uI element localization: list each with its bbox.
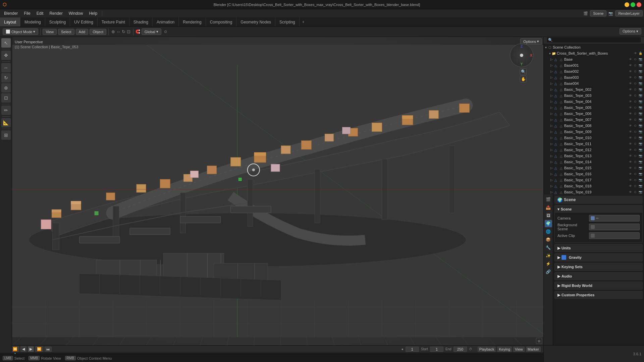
item-selectability-icon[interactable]: ⊙: [633, 81, 638, 86]
item-render-icon[interactable]: 📷: [638, 57, 643, 62]
maximize-button[interactable]: ⊡: [631, 2, 635, 7]
select-menu-button[interactable]: Select: [58, 29, 74, 35]
list-item[interactable]: ▷ △ △ Basic_Tepe_010 👁 ⊙ 📷: [544, 135, 644, 141]
list-item[interactable]: ▷ △ △ Basic_Tepe_002 👁 ⊙ 📷: [544, 86, 644, 93]
list-item[interactable]: ▷ △ △ Base003 👁 ⊙ 📷: [544, 74, 644, 80]
item-visibility-icon[interactable]: 👁: [628, 69, 633, 74]
item-render-icon[interactable]: 📷: [638, 178, 643, 182]
list-item[interactable]: ▷ △ △ Base002 👁 ⊙ 📷: [544, 68, 644, 74]
viewport-canvas[interactable]: User Perspective (1) Scene Collection | …: [12, 37, 543, 345]
lock-icon[interactable]: 🔒: [638, 51, 643, 56]
audio-section-header[interactable]: ▶ Audio: [555, 273, 642, 280]
item-selectability-icon[interactable]: ⊙: [633, 172, 638, 176]
list-item[interactable]: ▷ △ △ Basic_Tepe_007 👁 ⊙ 📷: [544, 117, 644, 123]
item-render-icon[interactable]: 📷: [638, 99, 643, 104]
tab-animation[interactable]: Animation: [153, 17, 179, 26]
view-layer-properties-icon[interactable]: 🖼: [545, 212, 552, 219]
list-item[interactable]: ▷ △ △ Basic_Tepe_013 👁 ⊙ 📷: [544, 153, 644, 159]
list-item[interactable]: ▷ △ △ Basic_Tepe_015 👁 ⊙ 📷: [544, 165, 644, 171]
outliner-scene-collection[interactable]: ▾ ⬡ Scene Collection: [544, 44, 644, 50]
viewport-3d[interactable]: User Perspective (1) Scene Collection | …: [12, 37, 543, 345]
renderlayer-selector[interactable]: RenderLayer: [615, 10, 643, 16]
list-item[interactable]: ▷ △ △ Basic_Tepe_012 👁 ⊙ 📷: [544, 147, 644, 153]
item-render-icon[interactable]: 📷: [638, 123, 643, 128]
item-render-icon[interactable]: 📷: [638, 141, 643, 146]
grid-toggle-button[interactable]: ⊞: [536, 338, 542, 344]
current-frame-input[interactable]: [406, 347, 419, 352]
item-visibility-icon[interactable]: 👁: [628, 154, 633, 158]
item-selectability-icon[interactable]: ⊙: [633, 99, 638, 104]
list-item[interactable]: ▷ △ △ Basic_Tepe_005 👁 ⊙ 📷: [544, 105, 644, 111]
move-tool-button[interactable]: ↔: [1, 63, 11, 72]
outliner-search-input[interactable]: [546, 37, 641, 43]
item-visibility-icon[interactable]: 👁: [628, 105, 633, 110]
item-visibility-icon[interactable]: 👁: [628, 81, 633, 86]
item-render-icon[interactable]: 📷: [638, 69, 643, 74]
constraints-properties-icon[interactable]: 🔗: [545, 268, 552, 276]
tab-shading[interactable]: Shading: [129, 17, 153, 26]
item-selectability-icon[interactable]: ⊙: [633, 111, 638, 116]
move-camera-button[interactable]: ✋: [520, 76, 527, 82]
marker-menu[interactable]: Marker: [526, 347, 541, 352]
item-selectability-icon[interactable]: ⊙: [633, 178, 638, 182]
item-render-icon[interactable]: 📷: [638, 117, 643, 122]
view-menu[interactable]: View: [513, 347, 525, 352]
visibility-icon[interactable]: 👁: [633, 51, 638, 56]
item-selectability-icon[interactable]: ⊙: [633, 160, 638, 164]
list-item[interactable]: ▷ △ △ Basic_Tepe_011 👁 ⊙ 📷: [544, 141, 644, 147]
tab-rendering[interactable]: Rendering: [179, 17, 206, 26]
list-item[interactable]: ▷ △ △ Basic_Tepe_017 👁 ⊙ 📷: [544, 177, 644, 183]
particles-properties-icon[interactable]: ✨: [545, 252, 552, 259]
item-render-icon[interactable]: 📷: [638, 166, 643, 170]
item-visibility-icon[interactable]: 👁: [628, 166, 633, 170]
start-frame-input[interactable]: [430, 347, 443, 352]
render-properties-icon[interactable]: 🎬: [545, 196, 552, 203]
background-scene-input[interactable]: [589, 224, 640, 230]
options-button[interactable]: Options ▾: [620, 28, 641, 35]
item-selectability-icon[interactable]: ⊙: [633, 117, 638, 122]
outliner-root-object[interactable]: ▾ 📁 Cross_Belt_Sorter_with_Boxes 👁 🔒: [544, 50, 644, 56]
end-frame-input[interactable]: [453, 347, 467, 352]
list-item[interactable]: ▷ △ △ Basic_Tepe_008 👁 ⊙ 📷: [544, 123, 644, 129]
item-visibility-icon[interactable]: 👁: [628, 178, 633, 182]
item-render-icon[interactable]: 📷: [638, 75, 643, 80]
cursor-tool-button[interactable]: ✥: [1, 51, 11, 60]
select-tool-button[interactable]: ↖: [1, 38, 11, 48]
jump-end-button[interactable]: ⏭: [45, 347, 52, 352]
menu-render[interactable]: Render: [47, 10, 65, 16]
view-menu-button[interactable]: View: [43, 29, 57, 35]
item-visibility-icon[interactable]: 👁: [628, 129, 633, 134]
item-visibility-icon[interactable]: 👁: [628, 135, 633, 140]
list-item[interactable]: ▷ △ △ Basic_Tepe_006 👁 ⊙ 📷: [544, 111, 644, 117]
gravity-checkbox[interactable]: [561, 255, 566, 260]
workspace-add-button[interactable]: +: [300, 18, 307, 26]
item-render-icon[interactable]: 📷: [638, 105, 643, 110]
list-item[interactable]: ▷ △ △ Basic_Tepe_004 👁 ⊙ 📷: [544, 99, 644, 105]
list-item[interactable]: ▷ △ △ Base 👁 ⊙ 📷: [544, 56, 644, 62]
list-item[interactable]: ▷ △ △ Base001 👁 ⊙ 📷: [544, 62, 644, 68]
prev-frame-button[interactable]: ⏪: [11, 346, 19, 352]
tab-geometry-nodes[interactable]: Geometry Nodes: [236, 17, 275, 26]
item-selectability-icon[interactable]: ⊙: [633, 166, 638, 170]
transform-tool-button[interactable]: ⊡: [1, 93, 11, 103]
measure-tool-button[interactable]: 📐: [1, 118, 11, 127]
item-render-icon[interactable]: 📷: [638, 154, 643, 158]
list-item[interactable]: ▷ △ △ Basic_Tepe_014 👁 ⊙ 📷: [544, 159, 644, 165]
item-selectability-icon[interactable]: ⊙: [633, 57, 638, 62]
item-selectability-icon[interactable]: ⊙: [633, 105, 638, 110]
custom-properties-header[interactable]: ▶ Custom Properties: [555, 291, 642, 299]
item-render-icon[interactable]: 📷: [638, 135, 643, 140]
item-selectability-icon[interactable]: ⊙: [633, 190, 638, 194]
gravity-section-header[interactable]: ▶ Gravity: [555, 254, 642, 261]
item-render-icon[interactable]: 📷: [638, 87, 643, 92]
object-mode-selector[interactable]: ⬜ Object Mode ▾: [3, 28, 38, 35]
output-properties-icon[interactable]: 📤: [545, 204, 552, 211]
item-selectability-icon[interactable]: ⊙: [633, 184, 638, 188]
tab-texture-paint[interactable]: Texture Paint: [98, 17, 129, 26]
menu-edit[interactable]: Edit: [34, 10, 46, 16]
list-item[interactable]: ▷ △ △ Basic_Tepe_003 👁 ⊙ 📷: [544, 93, 644, 99]
item-render-icon[interactable]: 📷: [638, 81, 643, 86]
item-render-icon[interactable]: 📷: [638, 190, 643, 194]
list-item[interactable]: ▷ △ △ Basic_Tepe_009 👁 ⊙ 📷: [544, 129, 644, 135]
add-object-button[interactable]: ⊞: [1, 130, 11, 140]
